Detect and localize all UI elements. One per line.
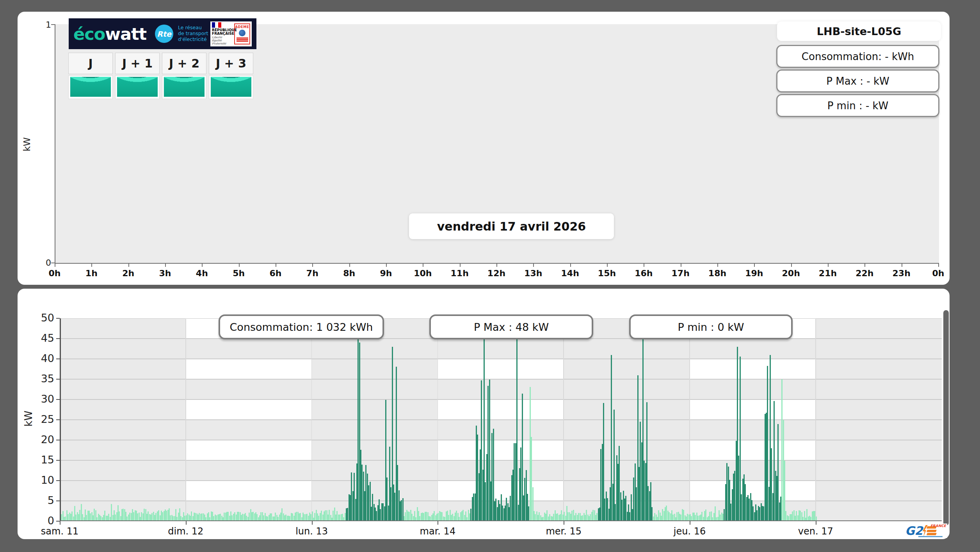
green-signal-icon <box>164 77 205 97</box>
weekly-x-tickmark <box>186 521 187 525</box>
government-logos: RÉPUBLIQUE FRANÇAISE Liberté Égalité Fra… <box>210 21 252 46</box>
day-selector-tabs: J J + 1 J + 2 J + 3 <box>68 53 253 74</box>
weekly-consumption-stat: Consommation: 1 032 kWh <box>219 314 384 339</box>
weekly-y-tick-label: 45 <box>31 332 54 344</box>
weekly-y-tick-label: 15 <box>31 454 54 466</box>
daily-x-tick-label: 0h <box>37 268 72 278</box>
weekly-y-tick-label: 40 <box>31 352 54 364</box>
daily-x-tickmark <box>902 264 902 267</box>
daily-x-tick-label: 10h <box>405 268 440 278</box>
weekly-pmax-stat: P Max : 48 kW <box>429 314 593 339</box>
daily-x-tickmark <box>938 264 939 267</box>
weekly-x-tickmark <box>60 521 60 525</box>
ademe-text-line <box>237 41 248 42</box>
signal-tile-j3[interactable] <box>209 75 253 99</box>
ecowatt-logo-watt: watt <box>105 24 146 44</box>
daily-x-tick-label: 21h <box>810 268 845 278</box>
daily-x-tick-label: 20h <box>774 268 809 278</box>
weekly-y-tick-label: 35 <box>31 373 54 385</box>
weekly-y-tickmark <box>56 460 60 461</box>
weekly-bars-plot <box>60 318 942 521</box>
daily-x-tick-label: 12h <box>479 268 514 278</box>
weekly-y-tick-label: 10 <box>31 474 54 486</box>
daily-x-tick-label: 18h <box>700 268 735 278</box>
weekly-x-tickmark <box>690 521 690 525</box>
daily-x-tick-label: 13h <box>516 268 551 278</box>
daily-x-tick-label: 4h <box>184 268 219 278</box>
tab-day-j3[interactable]: J + 3 <box>209 53 253 74</box>
weekly-x-tickmark <box>312 521 313 525</box>
signal-tile-j1[interactable] <box>115 75 160 99</box>
tab-day-j1[interactable]: J + 1 <box>115 53 160 74</box>
weekly-y-tickmark <box>56 379 60 380</box>
ecowatt-logo-eco: éco <box>73 24 105 44</box>
daily-x-tickmark <box>91 264 92 267</box>
weekly-y-tickmark <box>56 318 60 319</box>
daily-x-tickmark <box>496 264 497 267</box>
daily-chart-panel: 1 0 kW 0h1h2h3h4h5h6h7h8h9h10h11h12h13h1… <box>18 12 950 285</box>
weekly-y-tick-label: 5 <box>31 494 54 506</box>
weekly-x-tickmark <box>564 521 564 525</box>
chart-vertical-scrollbar[interactable] <box>943 310 949 525</box>
site-title: LHB-site-L05G <box>777 21 941 41</box>
weekly-y-tick-label: 50 <box>31 312 54 324</box>
daily-x-tickmark <box>644 264 644 267</box>
ecowatt-header: écowatt Rte Le réseau de transport d'éle… <box>69 18 256 49</box>
republique-francaise-logo: RÉPUBLIQUE FRANÇAISE Liberté Égalité Fra… <box>212 22 232 45</box>
weekly-x-tick-label: mer. 15 <box>540 526 587 537</box>
ademe-text-line <box>237 37 248 39</box>
green-signal-icon <box>211 77 251 97</box>
daily-y-tick-label: 0 <box>38 258 51 268</box>
weekly-y-tickmark <box>56 419 60 420</box>
daily-x-tickmark <box>423 264 423 267</box>
weekly-chart-panel: kW 50454035302520151050sam. 11dim. 12lun… <box>18 289 950 539</box>
daily-x-tickmark <box>386 264 387 267</box>
signal-tile-j[interactable] <box>68 75 113 99</box>
rte-tagline: Le réseau de transport d'électricité <box>178 25 208 42</box>
daily-x-tick-label: 3h <box>148 268 183 278</box>
rte-logo-icon: Rte <box>155 25 173 43</box>
g2e-logo: G2 FRANCE <box>903 524 947 538</box>
weekly-y-tickmark <box>56 399 60 400</box>
tab-day-j2[interactable]: J + 2 <box>162 53 206 74</box>
daily-x-tickmark <box>533 264 534 267</box>
daily-x-tick-label: 23h <box>884 268 919 278</box>
daily-x-tickmark <box>791 264 792 267</box>
weekly-x-tick-label: dim. 12 <box>162 526 209 537</box>
signal-tile-j2[interactable] <box>162 75 206 99</box>
daily-x-tick-label: 5h <box>221 268 256 278</box>
daily-x-tickmark <box>460 264 461 267</box>
weekly-y-tick-label: 20 <box>31 433 54 446</box>
daily-x-tickmark <box>681 264 681 267</box>
french-flag-icon <box>212 22 221 28</box>
weekly-pmin-stat: P min : 0 kW <box>629 314 793 339</box>
daily-x-tick-label: 14h <box>553 268 588 278</box>
ademe-logo: ADEME <box>234 23 250 44</box>
daily-x-tick-label: 6h <box>258 268 293 278</box>
daily-pmax-stat: P Max : - kW <box>776 69 939 92</box>
daily-consumption-stat: Consommation: - kWh <box>776 45 939 68</box>
green-signal-icon <box>117 77 158 97</box>
daily-x-tickmark <box>312 264 313 267</box>
weekly-y-tick-label: 25 <box>31 413 54 425</box>
ecowatt-logo: écowatt <box>73 24 146 44</box>
republique-motto: Liberté Égalité Fraternité <box>212 36 226 45</box>
weekly-y-tickmark <box>56 440 60 440</box>
daily-x-tickmark <box>828 264 829 267</box>
daily-x-tick-label: 15h <box>589 268 624 278</box>
daily-x-tick-label: 1h <box>74 268 109 278</box>
weekly-x-tick-label: jeu. 16 <box>666 526 713 537</box>
weekly-y-tick-label: 30 <box>31 393 54 405</box>
weekly-y-tickmark <box>56 338 60 339</box>
daily-x-tickmark <box>276 264 276 267</box>
ademe-text-line <box>237 39 248 40</box>
g2e-tagline-line <box>918 536 943 537</box>
daily-x-tick-label: 9h <box>368 268 404 278</box>
daily-x-tickmark <box>864 264 865 267</box>
daily-x-tick-label: 19h <box>736 268 772 278</box>
weekly-x-tick-label: mar. 14 <box>414 526 461 537</box>
daily-x-tickmark <box>754 264 755 267</box>
daily-x-tickmark <box>128 264 129 267</box>
weekly-y-tickmark <box>56 521 60 522</box>
tab-day-j[interactable]: J <box>68 53 113 74</box>
